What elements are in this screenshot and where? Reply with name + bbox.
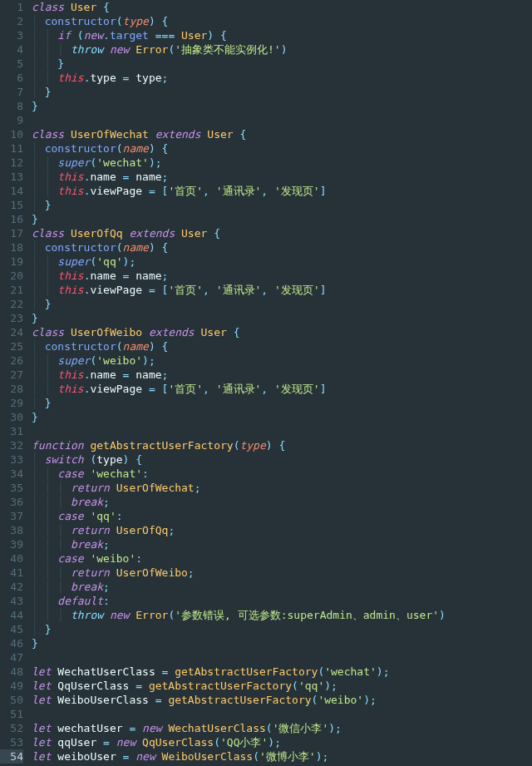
line-number: 5 bbox=[0, 57, 23, 71]
line-number: 51 bbox=[0, 707, 23, 721]
code-line[interactable]: } bbox=[32, 212, 532, 226]
line-number: 53 bbox=[0, 735, 23, 749]
code-line[interactable]: } bbox=[32, 410, 532, 424]
line-number: 50 bbox=[0, 693, 23, 707]
code-line[interactable]: │ │ │ break; bbox=[32, 537, 532, 551]
code-line[interactable]: │ │ this.name = name; bbox=[32, 269, 532, 283]
code-line[interactable]: │ │ case 'qq': bbox=[32, 509, 532, 523]
code-line[interactable]: │ │ │ return UserOfWeibo; bbox=[32, 566, 532, 580]
line-number: 46 bbox=[0, 636, 23, 650]
code-line[interactable]: let weiboUser = new WeiboUserClass('微博小李… bbox=[32, 749, 532, 764]
line-number: 52 bbox=[0, 721, 23, 735]
line-number: 16 bbox=[0, 212, 23, 226]
line-number: 10 bbox=[0, 127, 23, 141]
line-number: 12 bbox=[0, 156, 23, 170]
line-number: 32 bbox=[0, 438, 23, 452]
code-line[interactable]: │ constructor(name) { bbox=[32, 240, 532, 255]
code-line[interactable]: │ │ if (new.target === User) { bbox=[32, 28, 532, 42]
line-number: 15 bbox=[0, 198, 23, 212]
code-line[interactable]: let QqUserClass = getAbstractUserFactory… bbox=[32, 679, 532, 693]
code-line[interactable]: function getAbstractUserFactory(type) { bbox=[32, 438, 532, 452]
code-line[interactable]: } bbox=[32, 99, 532, 113]
code-line[interactable]: │ │ super('qq'); bbox=[32, 255, 532, 269]
code-area[interactable]: class User {│ constructor(type) {│ │ if … bbox=[28, 0, 532, 766]
code-line[interactable]: │ } bbox=[32, 198, 532, 212]
line-number: 18 bbox=[0, 240, 23, 255]
code-line[interactable]: │ │ │ throw new Error('参数错误, 可选参数:superA… bbox=[32, 608, 532, 622]
line-number: 14 bbox=[0, 184, 23, 198]
code-editor: 1234567891011121314151617181920212223242… bbox=[0, 0, 532, 766]
code-line[interactable]: │ │ super('weibo'); bbox=[32, 353, 532, 368]
code-line[interactable]: │ │ this.viewPage = ['首页', '通讯录', '发现页'] bbox=[32, 283, 532, 297]
line-number: 29 bbox=[0, 396, 23, 410]
line-number: 38 bbox=[0, 523, 23, 537]
code-line[interactable]: class User { bbox=[32, 0, 532, 14]
code-line[interactable]: │ } bbox=[32, 622, 532, 636]
code-line[interactable]: │ │ super('wechat'); bbox=[32, 156, 532, 170]
code-line[interactable]: let WeiboUserClass = getAbstractUserFact… bbox=[32, 693, 532, 707]
line-number: 28 bbox=[0, 382, 23, 396]
code-line[interactable]: │ constructor(type) { bbox=[32, 14, 532, 28]
code-line[interactable]: │ │ │ break; bbox=[32, 580, 532, 594]
line-number: 4 bbox=[0, 42, 23, 57]
line-number: 8 bbox=[0, 99, 23, 113]
line-number: 26 bbox=[0, 353, 23, 368]
line-number: 43 bbox=[0, 594, 23, 608]
code-line[interactable]: │ │ this.name = name; bbox=[32, 170, 532, 184]
code-line[interactable]: │ │ │ throw new Error('抽象类不能实例化!') bbox=[32, 42, 532, 57]
code-line[interactable]: │ │ default: bbox=[32, 594, 532, 608]
line-number: 42 bbox=[0, 580, 23, 594]
line-number: 2 bbox=[0, 14, 23, 28]
line-number: 33 bbox=[0, 452, 23, 467]
line-number: 9 bbox=[0, 113, 23, 127]
code-line[interactable]: │ │ │ return UserOfWechat; bbox=[32, 481, 532, 495]
code-line[interactable] bbox=[32, 424, 532, 438]
line-number: 47 bbox=[0, 650, 23, 665]
code-line[interactable]: │ │ this.type = type; bbox=[32, 71, 532, 85]
line-number: 7 bbox=[0, 85, 23, 99]
code-line[interactable]: } bbox=[32, 636, 532, 650]
code-line[interactable]: │ } bbox=[32, 396, 532, 410]
code-line[interactable]: │ │ │ return UserOfQq; bbox=[32, 523, 532, 537]
line-number: 22 bbox=[0, 297, 23, 311]
code-line[interactable]: │ constructor(name) { bbox=[32, 339, 532, 353]
code-line[interactable]: │ │ case 'wechat': bbox=[32, 467, 532, 481]
line-number: 13 bbox=[0, 170, 23, 184]
code-line[interactable]: │ │ this.name = name; bbox=[32, 368, 532, 382]
code-line[interactable]: let qqUser = new QqUserClass('QQ小李'); bbox=[32, 735, 532, 749]
line-number: 49 bbox=[0, 679, 23, 693]
code-line[interactable]: │ │ this.viewPage = ['首页', '通讯录', '发现页'] bbox=[32, 184, 532, 198]
code-line[interactable]: │ } bbox=[32, 85, 532, 99]
code-line[interactable]: class UserOfWechat extends User { bbox=[32, 127, 532, 141]
code-line[interactable]: let WechatUserClass = getAbstractUserFac… bbox=[32, 665, 532, 679]
line-number: 23 bbox=[0, 311, 23, 325]
line-number: 1 bbox=[0, 0, 23, 14]
line-number: 45 bbox=[0, 622, 23, 636]
line-number: 36 bbox=[0, 495, 23, 509]
code-line[interactable]: class UserOfQq extends User { bbox=[32, 226, 532, 240]
code-line[interactable]: class UserOfWeibo extends User { bbox=[32, 325, 532, 339]
line-number: 54 bbox=[0, 749, 23, 764]
code-line[interactable] bbox=[32, 707, 532, 721]
code-line[interactable]: } bbox=[32, 311, 532, 325]
line-number: 21 bbox=[0, 283, 23, 297]
code-line[interactable]: │ } bbox=[32, 297, 532, 311]
line-number: 25 bbox=[0, 339, 23, 353]
line-number: 35 bbox=[0, 481, 23, 495]
line-number: 30 bbox=[0, 410, 23, 424]
code-line[interactable]: let wechatUser = new WechatUserClass('微信… bbox=[32, 721, 532, 735]
line-number: 6 bbox=[0, 71, 23, 85]
code-line[interactable] bbox=[32, 113, 532, 127]
code-line[interactable]: │ switch (type) { bbox=[32, 452, 532, 467]
code-line[interactable]: │ │ this.viewPage = ['首页', '通讯录', '发现页'] bbox=[32, 382, 532, 396]
code-line[interactable] bbox=[32, 650, 532, 665]
code-line[interactable]: │ │ } bbox=[32, 57, 532, 71]
code-line[interactable]: │ constructor(name) { bbox=[32, 141, 532, 156]
code-line[interactable]: │ │ case 'weibo': bbox=[32, 551, 532, 566]
line-number: 20 bbox=[0, 269, 23, 283]
line-number: 44 bbox=[0, 608, 23, 622]
code-line[interactable]: │ │ │ break; bbox=[32, 495, 532, 509]
line-number: 17 bbox=[0, 226, 23, 240]
line-number: 27 bbox=[0, 368, 23, 382]
line-number: 41 bbox=[0, 566, 23, 580]
